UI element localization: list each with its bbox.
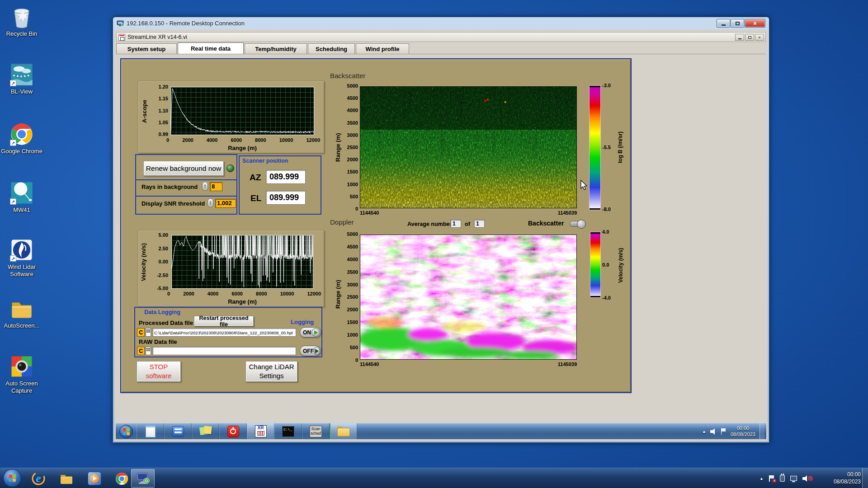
backscatter-colorbar[interactable] — [589, 85, 601, 210]
a-scope-y-axis-title: A-scope — [141, 88, 148, 135]
restart-processed-file-button[interactable]: Restart processed file — [194, 316, 254, 326]
backscatter-heatmap[interactable] — [360, 86, 577, 208]
processed-logging-on-switch[interactable]: ON — [300, 327, 321, 338]
doppler-colorbar[interactable] — [590, 232, 601, 298]
average-total-field[interactable]: 1 — [474, 220, 485, 228]
tray-expand-icon[interactable]: ▲ — [760, 476, 764, 481]
tray-expand-icon[interactable]: ▲ — [702, 429, 706, 434]
battery-icon[interactable] — [780, 475, 785, 482]
app-close-button[interactable]: × — [755, 34, 764, 41]
snr-spinner[interactable]: ▲▼ — [208, 198, 213, 207]
doppler-heatmap[interactable] — [360, 235, 577, 360]
close-icon: × — [753, 20, 756, 27]
off-label: OFF — [303, 348, 314, 354]
tab-system-setup[interactable]: System setup — [116, 43, 177, 54]
tick-label: 2000 — [347, 157, 358, 162]
desktop-icon-mw41[interactable]: ↗ MW41 — [0, 181, 43, 214]
desktop-icon-bl-view[interactable]: ↗ BL-View — [0, 62, 43, 95]
tick-label: 5.00 — [159, 232, 168, 238]
processed-path-field[interactable]: C:\Lidar\Data\Proc\2023\202308\20230808\… — [152, 328, 296, 337]
taskbar-item-chrome[interactable] — [114, 471, 129, 486]
rays-spinner[interactable]: ▲▼ — [202, 182, 208, 191]
mute-overlay — [808, 476, 813, 481]
average-number-field[interactable]: 1 — [450, 220, 461, 228]
tick-label: 0.00 — [159, 259, 168, 264]
taskbar-item-notepad[interactable] — [137, 423, 164, 439]
browse-file-icon[interactable] — [146, 328, 151, 337]
rays-value-field[interactable]: 8 — [210, 182, 222, 191]
host-start-button[interactable] — [3, 469, 21, 487]
processed-data-file-label: Processed Data file — [139, 319, 193, 326]
tick-label: 1000 — [347, 332, 358, 338]
taskbar-item-internet-explorer[interactable]: e — [31, 471, 46, 486]
host-show-desktop-button[interactable] — [862, 468, 868, 488]
rdc-minimize-button[interactable] — [717, 19, 730, 28]
muted-speaker-icon[interactable] — [802, 475, 809, 482]
backscatter-toggle[interactable] — [570, 221, 585, 227]
az-value-field[interactable]: 089.999 — [266, 170, 306, 184]
tab-scheduling[interactable]: Scheduling — [308, 43, 355, 54]
a-scope-plot[interactable] — [170, 87, 314, 135]
rdc-title-bar[interactable]: 192.168.0.150 - Remote Desktop Connectio… — [113, 17, 769, 29]
tab-temp-humidity[interactable]: Temp/humidity — [245, 43, 307, 54]
renew-background-button[interactable]: Renew background now — [143, 161, 224, 176]
taskbar-item-stop-vi[interactable] — [219, 423, 247, 439]
taskbar-item-media-player[interactable] — [87, 471, 102, 486]
host-clock[interactable]: 00:00 08/08/2023 — [834, 471, 861, 485]
doppler-section-title: Doppler — [330, 218, 354, 226]
raw-logging-off-switch[interactable]: OFF — [300, 346, 321, 356]
tick-label: 0.99 — [159, 131, 168, 137]
processed-drive-box[interactable]: C — [137, 328, 145, 337]
desktop-icon-autoscreen-folder[interactable]: AutoScreen... — [0, 296, 43, 329]
tab-real-time-data[interactable]: Real time data — [178, 42, 244, 54]
app-title-bar[interactable]: StreamLine XR v14-6.vi × — [116, 32, 766, 42]
app-minimize-button[interactable] — [735, 34, 744, 41]
network-icon[interactable] — [790, 476, 797, 481]
taskbar-item-file-explorer[interactable] — [59, 471, 74, 486]
labview-vi-icon — [118, 34, 125, 41]
taskbar-item-labview-xr[interactable]: XR — [247, 423, 274, 439]
tick-label: 3000 — [347, 282, 358, 287]
desktop-icon-recycle-bin[interactable]: Recycle Bin — [0, 5, 43, 38]
taskbar-item-scan-scheduler[interactable]: Scan sched — [302, 423, 330, 439]
raw-path-field[interactable] — [152, 347, 296, 355]
rdc-maximize-button[interactable] — [731, 19, 744, 28]
stop-line1: STOP — [150, 362, 168, 371]
raw-drive-box[interactable]: C — [137, 347, 145, 355]
change-lidar-settings-button[interactable]: Change LiDAR Settings — [245, 361, 297, 382]
tick-label: -5.5 — [602, 145, 611, 150]
tick-label: 4000 — [347, 108, 358, 113]
minimize-icon — [738, 38, 741, 39]
snr-value-field[interactable]: 1.002 — [215, 199, 236, 208]
browse-file-icon[interactable] — [146, 347, 151, 355]
show-desktop-button[interactable] — [760, 423, 764, 439]
taskbar-item-command-prompt[interactable]: C:\_ — [274, 423, 302, 439]
remote-clock[interactable]: 00:00 08/08/2023 — [731, 425, 755, 438]
tick-label: -2.50 — [157, 272, 168, 278]
close-icon: × — [758, 35, 760, 40]
sticky-notes-icon — [200, 426, 212, 437]
taskbar-item-folder[interactable] — [330, 423, 357, 439]
tick-label: 500 — [350, 194, 358, 199]
rdc-close-button[interactable]: × — [745, 19, 765, 28]
windows-orb-icon — [9, 474, 16, 482]
velocity-plot[interactable] — [171, 235, 313, 289]
desktop-icon-auto-screen-capture[interactable]: Auto Screen Capture — [0, 354, 43, 394]
desktop-icon-wind-lidar[interactable]: ↗ Wind Lidar Software — [0, 238, 43, 277]
stop-software-button[interactable]: STOP software — [137, 361, 181, 382]
backscatter-colorbar-title: log B (/m/sr) — [617, 109, 623, 186]
action-center-flag-icon[interactable]: ✕ — [769, 475, 774, 482]
restore-icon — [748, 36, 751, 39]
desktop-icon-google-chrome[interactable]: ↗ Google Chrome — [0, 122, 43, 155]
taskbar-item-remote-desktop-active[interactable] — [131, 469, 155, 488]
taskbar-item-system-config[interactable] — [164, 423, 192, 439]
el-value-field[interactable]: 089.999 — [266, 191, 306, 205]
speaker-icon[interactable] — [710, 428, 717, 435]
tick-label: 1500 — [347, 319, 358, 325]
tick-label: 1.05 — [159, 120, 168, 125]
app-restore-button[interactable] — [745, 34, 754, 41]
action-center-flag-icon[interactable] — [721, 428, 726, 435]
taskbar-item-sticky-notes[interactable] — [192, 423, 219, 439]
tab-wind-profile[interactable]: Wind profile — [356, 43, 409, 54]
remote-start-button[interactable] — [116, 423, 137, 439]
